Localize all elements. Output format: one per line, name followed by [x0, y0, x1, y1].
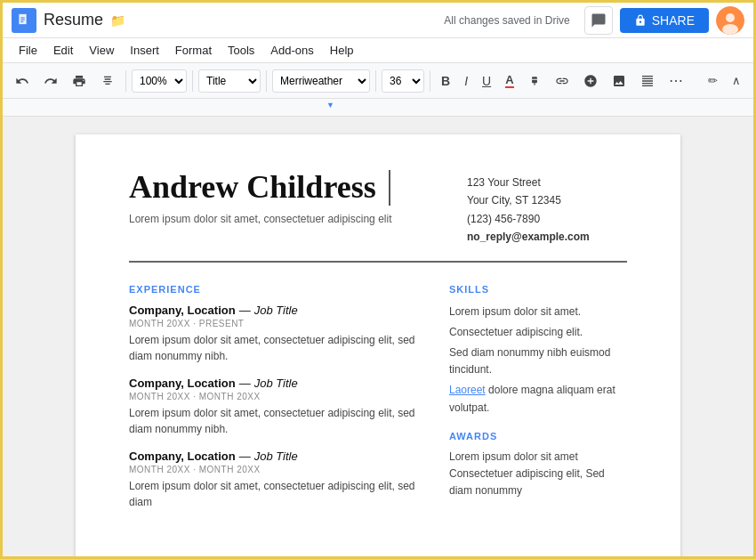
- text-color-button[interactable]: A: [500, 69, 519, 92]
- job-1-dates: MONTH 20XX · PRESENT: [129, 319, 422, 328]
- share-button[interactable]: SHARE: [620, 8, 709, 33]
- job-2-desc: Lorem ipsum dolor sit amet, consectetuer…: [129, 405, 422, 437]
- highlight-button[interactable]: [523, 71, 546, 91]
- link-button[interactable]: [550, 70, 575, 92]
- page: Andrew Childress Lorem ipsum dolor sit a…: [76, 134, 680, 559]
- contact-section: 123 Your Street Your City, ST 12345 (123…: [467, 170, 627, 247]
- ruler: ▼: [3, 99, 753, 117]
- divider-3: [266, 70, 267, 92]
- awards-text: Lorem ipsum dolor sit amet Consectetuer …: [449, 449, 627, 500]
- italic-button[interactable]: I: [459, 70, 473, 92]
- menu-file[interactable]: File: [12, 42, 44, 59]
- job-1-title-row: Company, Location — Job Title: [129, 304, 422, 317]
- align-button[interactable]: [635, 70, 660, 92]
- more-button[interactable]: ⋯: [664, 69, 688, 93]
- insert-button[interactable]: [578, 70, 603, 92]
- contact-street: 123 Your Street: [467, 174, 627, 191]
- share-label: SHARE: [652, 13, 695, 28]
- job-1-company: Company, Location: [129, 304, 236, 317]
- redo-button[interactable]: [38, 70, 63, 92]
- app-icon[interactable]: [12, 8, 36, 33]
- job-1-role: Job Title: [254, 304, 298, 317]
- title-bar-right: All changes saved in Drive SHARE: [444, 6, 744, 35]
- resume-body: EXPERIENCE Company, Location — Job Title…: [129, 280, 627, 523]
- menu-edit[interactable]: Edit: [46, 42, 80, 59]
- skills-column: SKILLS Lorem ipsum dolor sit amet. Conse…: [449, 280, 627, 523]
- folder-icon[interactable]: 📁: [110, 13, 125, 28]
- skill-1: Lorem ipsum dolor sit amet.: [449, 304, 627, 320]
- paragraph-style-select[interactable]: Title: [198, 69, 261, 93]
- menu-help[interactable]: Help: [323, 42, 361, 59]
- underline-button[interactable]: U: [477, 70, 496, 92]
- paint-format-button[interactable]: [95, 70, 120, 92]
- skills-title: SKILLS: [449, 284, 627, 295]
- svg-point-8: [722, 24, 738, 35]
- job-3-desc: Lorem ipsum dolor sit amet, consectetuer…: [129, 478, 422, 510]
- menu-format[interactable]: Format: [168, 42, 219, 59]
- chevron-up-button[interactable]: ∧: [727, 70, 746, 91]
- print-button[interactable]: [67, 70, 92, 92]
- divider-1: [125, 70, 126, 92]
- edit-icon-button[interactable]: ✏: [703, 70, 723, 91]
- skill-2: Consectetuer adipiscing elit.: [449, 324, 627, 341]
- menu-insert[interactable]: Insert: [123, 42, 166, 59]
- user-avatar[interactable]: [716, 6, 744, 35]
- job-2-dates: MONTH 20XX · MONTH 20XX: [129, 392, 422, 401]
- divider-2: [192, 70, 193, 92]
- skill-4: Laoreet dolore magna aliquam erat volutp…: [449, 382, 627, 416]
- experience-column: EXPERIENCE Company, Location — Job Title…: [129, 280, 422, 523]
- job-2-company: Company, Location: [129, 377, 236, 390]
- contact-email: no_reply@example.com: [467, 228, 627, 246]
- undo-button[interactable]: [10, 70, 35, 92]
- job-3-dates: MONTH 20XX · MONTH 20XX: [129, 465, 422, 474]
- zoom-select[interactable]: 100%: [132, 69, 187, 93]
- resume-name: Andrew Childress: [129, 170, 390, 206]
- skills-link[interactable]: Laoreet: [449, 384, 486, 396]
- menu-view[interactable]: View: [82, 42, 121, 59]
- doc-title[interactable]: Resume: [44, 11, 103, 29]
- svg-point-7: [726, 13, 735, 22]
- job-3-title-row: Company, Location — Job Title: [129, 450, 422, 463]
- job-1-desc: Lorem ipsum dolor sit amet, consectetuer…: [129, 332, 422, 364]
- job-2-title-row: Company, Location — Job Title: [129, 377, 422, 390]
- job-3-company: Company, Location: [129, 450, 236, 463]
- font-size-select[interactable]: 36: [382, 69, 424, 93]
- name-section: Andrew Childress Lorem ipsum dolor sit a…: [129, 170, 449, 247]
- font-select[interactable]: Merriweather: [272, 69, 370, 93]
- saved-text: All changes saved in Drive: [444, 14, 569, 27]
- title-bar: Resume 📁 All changes saved in Drive SHAR…: [3, 3, 753, 38]
- resume-header: Andrew Childress Lorem ipsum dolor sit a…: [129, 170, 627, 263]
- resume-subtitle: Lorem ipsum dolor sit amet, consectetuer…: [129, 213, 449, 225]
- job-3-role: Job Title: [254, 450, 298, 463]
- toolbar: 100% Title Merriweather 36 B I U A ⋯ ✏ ∧: [3, 63, 753, 99]
- svg-rect-5: [19, 13, 27, 24]
- bold-button[interactable]: B: [436, 70, 455, 92]
- job-2-role: Job Title: [254, 377, 298, 390]
- contact-phone: (123) 456-7890: [467, 210, 627, 228]
- comment-button[interactable]: [584, 6, 613, 35]
- image-button[interactable]: [607, 70, 631, 92]
- experience-title: EXPERIENCE: [129, 284, 422, 295]
- divider-4: [375, 70, 376, 92]
- skill-3: Sed diam nonummy nibh euismod tincidunt.: [449, 344, 627, 378]
- menu-bar: File Edit View Insert Format Tools Add-o…: [3, 38, 753, 63]
- awards-title: AWARDS: [449, 431, 627, 442]
- menu-tools[interactable]: Tools: [221, 42, 261, 59]
- menu-addons[interactable]: Add-ons: [263, 42, 320, 59]
- divider-5: [430, 70, 430, 92]
- document-area[interactable]: Andrew Childress Lorem ipsum dolor sit a…: [3, 117, 753, 559]
- contact-city: Your City, ST 12345: [467, 191, 627, 209]
